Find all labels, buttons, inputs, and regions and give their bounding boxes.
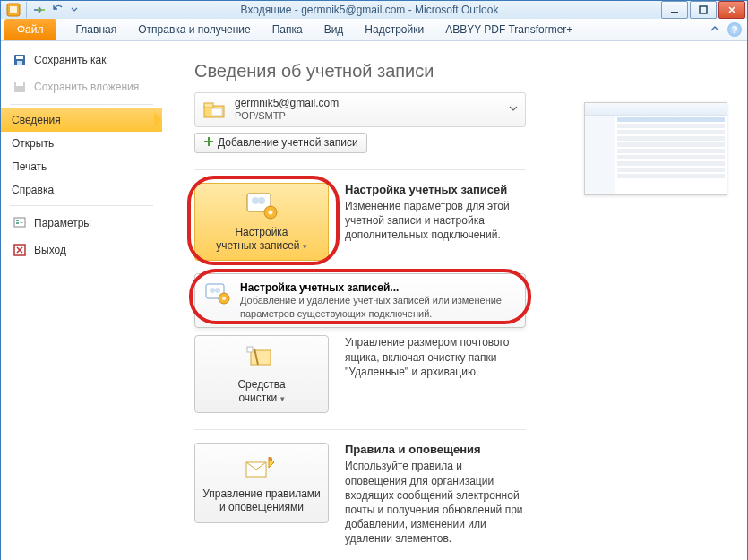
maximize-button[interactable] — [690, 1, 717, 19]
outlook-icon — [5, 2, 21, 18]
exit-icon — [12, 242, 28, 258]
svg-rect-31 — [247, 347, 253, 352]
svg-rect-16 — [204, 103, 213, 108]
tab-addins[interactable]: Надстройки — [354, 19, 434, 40]
cleanup-tools-button[interactable]: Средства очистки ▾ — [194, 335, 329, 413]
button-line1: Средства — [237, 378, 285, 391]
tab-folder[interactable]: Папка — [262, 19, 314, 40]
svg-point-21 — [252, 197, 259, 204]
dropdown-caret-icon: ▾ — [280, 394, 285, 403]
nav-separator — [10, 205, 153, 206]
chevron-down-icon — [509, 103, 518, 116]
nav-print[interactable]: Печать — [1, 155, 162, 178]
nav-exit[interactable]: Выход — [1, 237, 162, 263]
section-text: Управление размером почтового ящика, вкл… — [345, 335, 524, 379]
section-text: Настройка учетных записей Изменение пара… — [345, 183, 524, 243]
button-label: Настройка учетных записей ▾ — [216, 226, 307, 253]
tab-abbyy[interactable]: ABBYY PDF Transformer+ — [434, 19, 583, 40]
svg-rect-2 — [671, 12, 678, 13]
section-title: Правила и оповещения — [345, 443, 524, 456]
tab-view[interactable]: Вид — [314, 19, 355, 40]
save-as-icon — [12, 52, 28, 68]
menu-item-desc: Добавление и удаление учетных записей ил… — [240, 294, 516, 321]
button-line2: и оповещениями — [219, 501, 304, 513]
button-label: Управление правилами и оповещениями — [202, 487, 321, 514]
account-settings-icon — [244, 191, 279, 221]
dropdown-caret-icon: ▾ — [303, 242, 307, 251]
tab-file[interactable]: Файл — [4, 19, 56, 40]
mailbox-preview-thumbnail — [584, 102, 727, 195]
nav-help[interactable]: Справка — [1, 178, 162, 202]
account-email: germnik5@gmail.com — [235, 97, 502, 110]
undo-icon[interactable] — [50, 2, 66, 18]
svg-rect-10 — [16, 220, 19, 221]
svg-point-27 — [215, 288, 220, 293]
nav-open[interactable]: Открыть — [1, 132, 162, 155]
svg-rect-17 — [211, 108, 222, 116]
nav-save-attachments: Сохранить вложения — [1, 73, 162, 100]
section-cleanup: Средства очистки ▾ Управление размером п… — [194, 335, 729, 413]
section-desc: Используйте правила и оповещения для орг… — [345, 459, 524, 546]
menu-item-text: Настройка учетных записей... Добавление … — [240, 281, 516, 321]
app-window: Входящие - germnik5@gmail.com - Microsof… — [0, 0, 748, 560]
nav-label: Параметры — [34, 217, 91, 229]
save-attachments-icon — [12, 79, 28, 95]
svg-rect-1 — [10, 6, 17, 13]
send-receive-icon[interactable] — [31, 2, 47, 18]
account-settings-button[interactable]: Настройка учетных записей ▾ — [194, 183, 329, 261]
backstage-nav: Сохранить как Сохранить вложения Сведени… — [1, 41, 162, 560]
rules-alerts-button[interactable]: Управление правилами и оповещениями — [194, 443, 329, 523]
nav-label: Выход — [34, 244, 66, 256]
options-icon — [12, 215, 28, 231]
divider — [194, 169, 526, 170]
backstage-content: Сведения об учетной записи germnik5@gmai… — [162, 41, 747, 560]
quick-access-toolbar — [3, 2, 80, 18]
backstage: Сохранить как Сохранить вложения Сведени… — [1, 41, 747, 560]
ribbon-tabs: Файл Главная Отправка и получение Папка … — [1, 19, 747, 41]
rules-icon — [244, 452, 279, 483]
nav-label: Сохранить вложения — [34, 81, 139, 93]
svg-rect-3 — [700, 6, 707, 13]
nav-separator — [10, 104, 153, 105]
svg-rect-19 — [204, 141, 213, 142]
add-account-button[interactable]: Добавление учетной записи — [194, 133, 367, 153]
nav-options[interactable]: Параметры — [1, 210, 162, 237]
minimize-button[interactable] — [661, 1, 688, 19]
page-title: Сведения об учетной записи — [194, 61, 729, 82]
help-icon[interactable]: ? — [727, 22, 742, 37]
account-selector[interactable]: germnik5@gmail.com POP/SMTP — [194, 92, 526, 127]
nav-label: Сведения — [12, 114, 61, 126]
titlebar: Входящие - germnik5@gmail.com - Microsof… — [1, 1, 747, 19]
button-line1: Настройка — [235, 226, 288, 238]
tab-home[interactable]: Главная — [65, 19, 128, 40]
svg-rect-13 — [20, 222, 23, 223]
account-folder-icon — [202, 99, 228, 120]
svg-rect-11 — [16, 222, 19, 224]
button-line2: очистки — [238, 392, 277, 404]
svg-point-26 — [210, 288, 215, 293]
tab-send-receive[interactable]: Отправка и получение — [127, 19, 261, 40]
ribbon-minimize-icon[interactable] — [708, 22, 722, 37]
svg-rect-8 — [16, 82, 23, 86]
svg-point-33 — [269, 457, 272, 461]
button-line2: учетных записей — [216, 239, 299, 252]
account-protocol: POP/SMTP — [235, 110, 502, 123]
cleanup-icon — [244, 343, 279, 374]
plus-icon — [203, 136, 214, 150]
window-controls — [659, 1, 745, 19]
account-settings-menu-item[interactable]: Настройка учетных записей... Добавление … — [194, 273, 526, 329]
qat-dropdown-icon[interactable] — [69, 2, 80, 18]
account-settings-menu-icon — [204, 281, 231, 306]
nav-label: Печать — [12, 160, 47, 173]
nav-label: Сохранить как — [34, 54, 106, 66]
svg-point-24 — [269, 210, 273, 214]
account-info: germnik5@gmail.com POP/SMTP — [235, 97, 502, 123]
nav-label: Открыть — [12, 137, 54, 150]
add-account-label: Добавление учетной записи — [218, 136, 358, 149]
nav-label: Справка — [12, 184, 54, 196]
svg-rect-12 — [20, 220, 23, 220]
nav-info[interactable]: Сведения — [1, 108, 162, 132]
section-rules: Управление правилами и оповещениями Прав… — [194, 443, 729, 546]
nav-save-as[interactable]: Сохранить как — [1, 47, 162, 73]
close-button[interactable] — [718, 1, 745, 19]
